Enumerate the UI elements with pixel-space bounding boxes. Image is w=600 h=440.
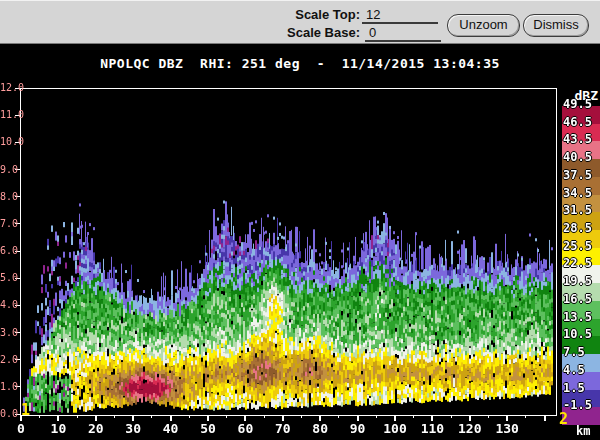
zoom-region-marker: 1 [21,401,30,419]
scale-base-underline [365,40,441,42]
y-axis-tick-label: 9.0 [0,164,17,175]
rhi-viewer-window: Scale Top: 12 Scale Base: 0 Unzoom Dismi… [0,0,600,440]
y-axis-tick-label: 5.0 [0,272,17,283]
colorbar-level-label: 22.5 [563,256,599,270]
x-axis-tick-label: 110 [416,421,448,436]
x-axis-tick-label: 90 [342,421,374,436]
colorbar-level-label: 13.5 [563,310,599,324]
x-axis-tick-label: 80 [304,421,336,436]
x-axis-tick [544,415,546,421]
x-axis-tick-label: 30 [117,421,149,436]
colorbar-level-label: 49.5 [563,97,599,111]
y-axis-tick-label: 0.0 [0,408,17,419]
colorbar-level-label: -1.5 [563,398,599,412]
scale-base-input[interactable]: 0 [369,25,376,40]
dismiss-button[interactable]: Dismiss [523,14,589,37]
plot-title: NPOLQC DBZ RHI: 251 deg - 11/14/2015 13:… [0,56,600,71]
colorbar-level-label: 25.5 [563,239,599,253]
y-axis-tick-label: 6.0 [0,245,17,256]
colorbar-level-label: 19.5 [563,274,599,288]
x-axis-tick-label: 0 [5,421,37,436]
colorbar-level-label: 40.5 [563,150,599,164]
colorbar-level-label: 34.5 [563,186,599,200]
control-bar: Scale Top: 12 Scale Base: 0 Unzoom Dismi… [0,0,600,44]
y-axis-tick-label: 4.0 [0,299,17,310]
x-axis-tick-label: 50 [192,421,224,436]
x-axis-minor-tick [77,415,78,418]
x-axis-tick-label: 40 [155,421,187,436]
colorbar-level-label: 16.5 [563,292,599,306]
colorbar-level-label: 4.5 [563,363,599,377]
x-axis-minor-tick [376,415,377,418]
x-axis-minor-tick [39,415,40,418]
colorbar-level-label: 37.5 [563,168,599,182]
y-axis-tick-label: 7.0 [0,218,17,229]
y-axis-tick-label: 10.0 [0,136,17,147]
x-axis-minor-tick [264,415,265,418]
y-axis-tick-label: 2.0 [0,354,17,365]
x-axis-minor-tick [114,415,115,418]
x-axis-minor-tick [488,415,489,418]
y-axis-tick-label: 3.0 [0,327,17,338]
x-axis-minor-tick [413,415,414,418]
x-axis-tick-label: 20 [80,421,112,436]
colorbar-level-label: 46.5 [563,115,599,129]
scale-top-input[interactable]: 12 [366,7,380,22]
y-axis-tick-label: 1.0 [0,381,17,392]
colorbar-level-label: 7.5 [563,345,599,359]
x-axis-tick-label: 120 [454,421,486,436]
colorbar-level-label: 31.5 [563,203,599,217]
y-axis-tick-label: 8.0 [0,191,17,202]
x-axis-minor-tick [226,415,227,418]
x-axis-tick-label: 60 [229,421,261,436]
colorbar-level-label: 10.5 [563,327,599,341]
scale-top-label: Scale Top: [248,7,360,22]
x-axis-minor-tick [338,415,339,418]
y-axis-tick-label: 11.0 [0,109,17,120]
colorbar-level-label: 1.5 [563,381,599,395]
x-axis-minor-tick [189,415,190,418]
x-axis-minor-tick [525,415,526,418]
colorbar-level-label: 43.5 [563,132,599,146]
x-axis-tick-label: 130 [491,421,523,436]
x-axis-minor-tick [451,415,452,418]
x-axis-tick-label: 70 [267,421,299,436]
scale-top-underline [362,22,438,24]
y-axis-tick-label: 12.0 [0,82,17,93]
x-axis-unit-label: km [576,424,590,438]
x-axis-minor-tick [301,415,302,418]
x-axis-tick-label: 10 [42,421,74,436]
zoom-region-marker: 2 [559,410,568,428]
unzoom-button[interactable]: Unzoom [447,14,520,37]
x-axis-minor-tick [151,415,152,418]
x-axis-tick-label: 100 [379,421,411,436]
rhi-echo-canvas[interactable] [21,89,554,413]
colorbar-level-label: 28.5 [563,221,599,235]
scale-base-label: Scale Base: [248,25,360,40]
